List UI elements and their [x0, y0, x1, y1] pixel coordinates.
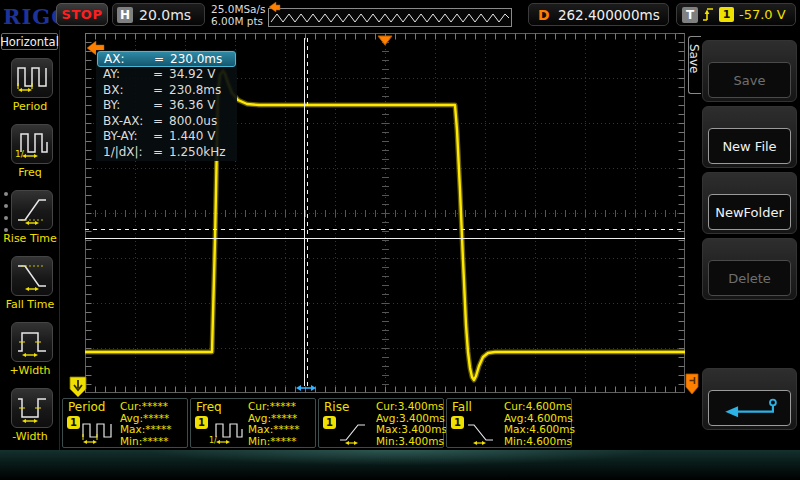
waveform-preview-bar[interactable]: [268, 8, 512, 27]
cursor-row-bx-ax: BX-AX: = 800.0us: [97, 113, 236, 129]
measurement-cur: Cur:4.600ms: [504, 401, 575, 413]
measurement-panel-period[interactable]: Period 1 Cur:***** Avg:***** Max:***** M…: [62, 398, 188, 448]
svg-text:1/: 1/: [209, 436, 217, 445]
t-key-icon: T: [682, 7, 698, 23]
cursor-value: 230.0ms: [170, 52, 222, 66]
cursor-eq: =: [153, 114, 169, 128]
menu-label-freq: Freq: [0, 166, 60, 179]
trigger-slope-rising-icon: [703, 7, 714, 22]
measurement-panel-freq[interactable]: Freq 1 1/ Cur:***** Avg:***** Max:***** …: [190, 398, 316, 448]
menu-page-dot: [4, 216, 8, 220]
timebase-value: 20.0ms: [139, 7, 191, 23]
sample-rate: 25.0MSa/s: [211, 3, 266, 15]
run-state-button[interactable]: STOP: [56, 3, 108, 26]
cursor-eq: =: [154, 52, 170, 66]
measurement-min: Min:4.600ms: [504, 436, 575, 448]
svg-text:1/: 1/: [15, 149, 25, 159]
cursor-row-by: BY: = 36.36 V: [97, 98, 236, 114]
cursor-row-ay: AY: = 34.92 V: [97, 67, 236, 83]
delay-value: 262.400000ms: [550, 7, 668, 23]
measurement-source-badge: 1: [451, 416, 464, 429]
measurement-source-badge: 1: [195, 416, 208, 429]
cursor-value: 230.8ms: [169, 83, 221, 97]
cursor-row-by-ay: BY-AY: = 1.440 V: [97, 129, 236, 145]
menu-label-rise-time: Rise Time: [0, 232, 60, 245]
h-key-icon: H: [117, 7, 133, 23]
measurement-source-badge: 1: [67, 416, 80, 429]
cursor-eq: =: [153, 67, 169, 81]
fall-time-icon: [15, 260, 49, 292]
cursor-readout-panel: AX: = 230.0ms AY: = 34.92 V BX: = 230.8m…: [96, 50, 237, 161]
measurement-name: Freq: [196, 400, 222, 414]
cursor-value: 34.92 V: [169, 67, 215, 81]
cursor-label: BX-AX:: [97, 114, 153, 128]
measurement-name: Fall: [452, 400, 472, 414]
menu-label-plus-width: +Width: [0, 364, 60, 377]
cursor-row-inverse-dx: 1/|dX|: = 1.250kHz: [97, 144, 236, 160]
cursor-row-bx: BX: = 230.8ms: [97, 82, 236, 98]
trigger-box[interactable]: T 1 -57.0 V: [676, 3, 796, 26]
menu-item-minus-width[interactable]: [11, 388, 53, 428]
menu-item-fall-time[interactable]: [11, 256, 53, 296]
cursor-label: AY:: [97, 67, 153, 81]
period-icon: [15, 62, 49, 94]
minus-width-icon: [15, 392, 49, 424]
menu-label-minus-width: -Width: [0, 430, 60, 443]
save-button[interactable]: Save: [708, 62, 791, 98]
menu-item-rise-time[interactable]: [11, 190, 53, 230]
cursor-label: 1/|dX|:: [97, 145, 153, 159]
measurement-min: Min:*****: [120, 436, 172, 448]
channel1-offset-offscreen-marker-icon[interactable]: [68, 376, 88, 398]
delay-label: D: [538, 7, 550, 23]
fall-time-icon: [465, 421, 501, 445]
preview-waveform: [269, 9, 511, 26]
menu-item-plus-width[interactable]: [11, 322, 53, 362]
cursor-value: 1.440 V: [169, 129, 215, 143]
memory-depth: 6.00M pts: [211, 15, 266, 27]
menu-item-freq[interactable]: 1/: [11, 124, 53, 164]
left-menu-title: Horizontal: [1, 33, 58, 50]
cursor-label: BY:: [97, 98, 153, 112]
return-arrow-icon: [717, 396, 783, 420]
cursor-value: 36.36 V: [169, 98, 215, 112]
cursor-eq: =: [153, 129, 169, 143]
trigger-level-offscreen-marker-icon[interactable]: [686, 374, 698, 394]
horizontal-timebase-box[interactable]: H 20.0ms: [112, 3, 205, 26]
measurement-source-badge: 1: [323, 416, 336, 429]
measurement-name: Rise: [324, 400, 349, 414]
preview-trigger-arrow-icon: [269, 2, 281, 12]
measurement-values: Cur:3.400ms Avg:3.400ms Max:3.400ms Min:…: [376, 401, 447, 447]
cursor-value: 800.0us: [169, 114, 217, 128]
cursor-label: BY-AY:: [97, 129, 153, 143]
channel-status-bar: 1 6.00 V 2 5.00 V: [0, 450, 800, 480]
menu-label-fall-time: Fall Time: [0, 298, 60, 311]
menu-label-period: Period: [0, 100, 60, 113]
measurement-min: Min:*****: [248, 436, 300, 448]
new-folder-button[interactable]: NewFolder: [708, 194, 791, 230]
trigger-level-value: -57.0 V: [739, 7, 786, 22]
measurement-min: Min:3.400ms: [376, 436, 447, 448]
measurement-values: Cur:4.600ms Avg:4.600ms Max:4.600ms Min:…: [504, 401, 575, 447]
plus-width-icon: [15, 326, 49, 358]
measurement-panel-fall[interactable]: Fall 1 Cur:4.600ms Avg:4.600ms Max:4.600…: [446, 398, 572, 448]
delay-box[interactable]: D 262.400000ms: [528, 3, 669, 26]
measurement-cur: Cur:*****: [120, 401, 172, 413]
cursor-label: AX:: [98, 52, 154, 66]
measurement-values: Cur:***** Avg:***** Max:***** Min:*****: [248, 401, 300, 447]
new-file-button[interactable]: New File: [708, 128, 791, 164]
cursor-row-ax: AX: = 230.0ms: [97, 51, 236, 67]
trigger-source-badge: 1: [719, 7, 734, 22]
measurement-values: Cur:***** Avg:***** Max:***** Min:*****: [120, 401, 172, 447]
rise-time-icon: [337, 421, 373, 445]
menu-item-period[interactable]: [11, 58, 53, 98]
oscilloscope-screen: RIGOL STOP H 20.0ms 25.0MSa/s 6.00M pts …: [0, 0, 800, 480]
cursor-label: BX:: [97, 83, 153, 97]
menu-page-dot: [4, 192, 8, 196]
delete-button[interactable]: Delete: [708, 260, 791, 296]
back-button[interactable]: [708, 390, 791, 426]
rise-time-icon: [15, 194, 49, 226]
freq-icon: 1/: [209, 421, 245, 445]
menu-page-dot: [4, 204, 8, 208]
period-icon: [81, 421, 117, 445]
measurement-panel-rise[interactable]: Rise 1 Cur:3.400ms Avg:3.400ms Max:3.400…: [318, 398, 444, 448]
